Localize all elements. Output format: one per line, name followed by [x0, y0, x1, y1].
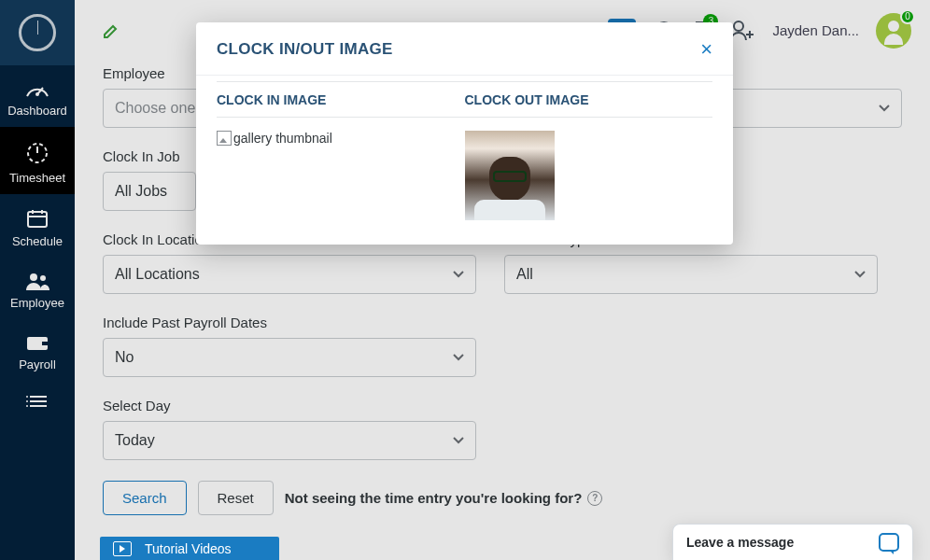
play-icon — [113, 541, 132, 556]
clock-in-thumbnail[interactable]: gallery thumbnail — [217, 131, 465, 146]
close-icon[interactable]: × — [700, 39, 712, 60]
chat-widget[interactable]: Leave a message — [672, 524, 913, 560]
modal-title: CLOCK IN/OUT IMAGE — [217, 40, 393, 59]
tutorial-label: Tutorial Videos — [145, 541, 232, 556]
clock-image-modal: CLOCK IN/OUT IMAGE × CLOCK IN IMAGE CLOC… — [196, 22, 733, 245]
chat-label: Leave a message — [686, 535, 794, 550]
clock-out-col-header: CLOCK OUT IMAGE — [465, 92, 713, 107]
tutorial-videos-tab[interactable]: Tutorial Videos — [100, 537, 279, 560]
broken-image-icon — [217, 131, 232, 146]
thumbnail-alt: gallery thumbnail — [233, 131, 332, 146]
chat-icon — [879, 533, 899, 552]
clock-in-col-header: CLOCK IN IMAGE — [217, 92, 465, 107]
clock-out-thumbnail[interactable] — [465, 131, 555, 220]
